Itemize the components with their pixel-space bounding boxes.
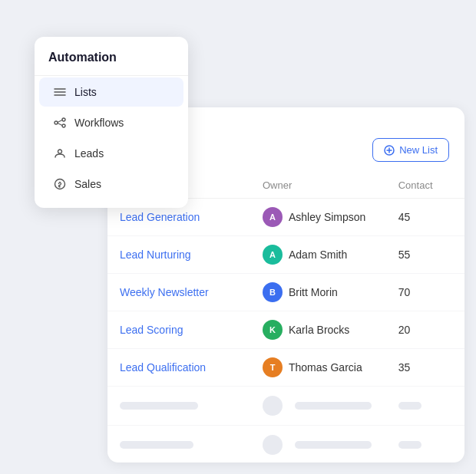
avatar: A	[263, 245, 283, 265]
new-list-label: New List	[399, 144, 438, 156]
svg-point-4	[62, 118, 65, 121]
table-row: Lead Nurturing A Adam Smith 55	[107, 236, 464, 274]
cell-contact: 35	[386, 349, 464, 387]
avatar: K	[263, 320, 283, 340]
cell-contact: 55	[386, 236, 464, 274]
menu-item-leads[interactable]: Leads	[39, 139, 183, 168]
cell-owner: A Ashley Simpson	[250, 199, 386, 236]
svg-point-8	[58, 150, 62, 153]
table-row: Lead Qualification T Thomas Garcia 35	[107, 349, 464, 387]
owner-name: Thomas Garcia	[289, 361, 362, 374]
workflow-icon	[53, 116, 67, 130]
skeleton-contact-cell	[386, 387, 464, 426]
skeleton-bar	[398, 402, 421, 410]
owner-name: Karla Brocks	[289, 324, 349, 336]
skeleton-owner	[263, 435, 374, 455]
menu-item-lists[interactable]: Lists	[39, 77, 183, 107]
cell-name: Lead Scoring	[107, 311, 250, 349]
list-name-link[interactable]: Lead Scoring	[120, 324, 183, 336]
cell-contact: 20	[386, 311, 464, 349]
menu-item-leads-label: Leads	[74, 147, 104, 160]
sales-icon	[53, 177, 67, 191]
plus-circle-icon	[384, 145, 395, 156]
lead-icon	[53, 146, 67, 160]
list-icon	[53, 85, 67, 99]
svg-point-5	[62, 124, 65, 127]
menu-item-lists-label: Lists	[74, 86, 97, 98]
owner-cell: K Karla Brocks	[263, 320, 374, 340]
menu-item-workflows[interactable]: Workflows	[39, 108, 183, 137]
cell-owner: K Karla Brocks	[250, 311, 386, 349]
avatar: T	[263, 357, 283, 377]
svg-point-3	[55, 121, 58, 124]
owner-cell: B Britt Morin	[263, 282, 374, 302]
list-name-link[interactable]: Lead Generation	[120, 211, 200, 223]
dropdown-menu: Automation Lists Wo	[35, 37, 188, 208]
skeleton-text	[295, 402, 372, 410]
skeleton-text	[295, 441, 372, 449]
owner-name: Britt Morin	[289, 286, 338, 298]
skeleton-contact-cell	[386, 426, 464, 463]
skeleton-bar	[398, 441, 421, 449]
owner-cell: A Adam Smith	[263, 245, 374, 265]
skeleton-name-cell	[107, 426, 250, 463]
menu-item-sales-label: Sales	[74, 178, 101, 190]
skeleton-row	[107, 426, 464, 463]
cell-owner: B Britt Morin	[250, 274, 386, 311]
svg-line-7	[58, 123, 62, 126]
avatar: A	[263, 207, 283, 227]
list-name-link[interactable]: Lead Nurturing	[120, 249, 191, 261]
app-title: Automation	[35, 37, 188, 76]
new-list-button[interactable]: New List	[372, 138, 449, 162]
skeleton-circle	[263, 396, 283, 416]
list-name-link[interactable]: Lead Qualification	[120, 361, 206, 374]
skeleton-owner	[263, 396, 374, 416]
menu-item-sales[interactable]: Sales	[39, 170, 183, 199]
table-row: Weekly Newsletter B Britt Morin 70	[107, 274, 464, 311]
skeleton-owner-cell	[250, 387, 386, 426]
col-header-owner: Owner	[250, 173, 386, 199]
owner-cell: T Thomas Garcia	[263, 357, 374, 377]
skeleton-row	[107, 387, 464, 426]
cell-owner: A Adam Smith	[250, 236, 386, 274]
table-row: Lead Scoring K Karla Brocks 20	[107, 311, 464, 349]
skeleton-owner-cell	[250, 426, 386, 463]
cell-name: Weekly Newsletter	[107, 274, 250, 311]
col-header-contact: Contact	[386, 173, 464, 199]
skeleton-name-cell	[107, 387, 250, 426]
list-table: Name Owner Contact Lead Generation A Ash…	[107, 173, 464, 462]
cell-owner: T Thomas Garcia	[250, 349, 386, 387]
owner-name: Ashley Simpson	[289, 211, 365, 223]
skeleton-circle	[263, 435, 283, 455]
menu-item-workflows-label: Workflows	[74, 117, 124, 129]
cell-contact: 45	[386, 199, 464, 236]
cell-name: Lead Nurturing	[107, 236, 250, 274]
list-name-link[interactable]: Weekly Newsletter	[120, 286, 209, 298]
cell-contact: 70	[386, 274, 464, 311]
skeleton-bar	[120, 402, 198, 410]
svg-line-6	[58, 120, 62, 123]
cell-name: Lead Qualification	[107, 349, 250, 387]
skeleton-bar	[120, 441, 193, 449]
page-background: Automation Lists Wo	[0, 0, 476, 474]
owner-name: Adam Smith	[289, 249, 347, 261]
avatar: B	[263, 282, 283, 302]
owner-cell: A Ashley Simpson	[263, 207, 374, 227]
